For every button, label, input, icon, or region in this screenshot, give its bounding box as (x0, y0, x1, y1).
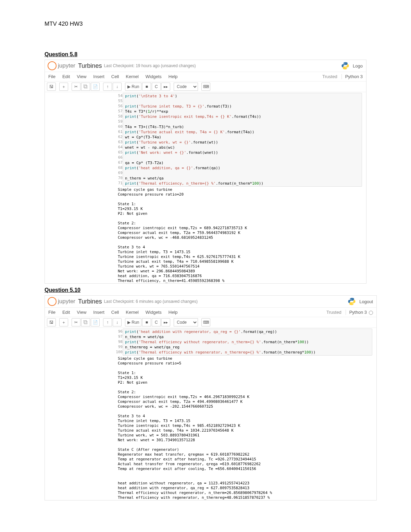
jupyter-frame-2: jupyter Turbines Last Checkpoint: 6 minu… (45, 295, 377, 500)
menu-cell[interactable]: Cell (108, 310, 122, 315)
move-down-button[interactable]: ↓ (113, 318, 122, 326)
interrupt-button[interactable]: ■ (142, 83, 151, 91)
menu-view[interactable]: View (73, 310, 90, 315)
command-palette-button[interactable]: ⌨ (201, 318, 210, 326)
menu-file[interactable]: File (45, 74, 59, 79)
menu-view[interactable]: View (73, 74, 90, 79)
kernel-indicator-icon (369, 311, 373, 315)
interrupt-button[interactable]: ■ (142, 318, 151, 326)
trusted-indicator: Trusted (326, 310, 341, 315)
code-editor[interactable]: print('heat addition with regenerator, q… (123, 329, 372, 356)
notebook-name[interactable]: Turbines (78, 298, 102, 305)
line-number-gutter: 96 97 98 99 100 (112, 329, 123, 356)
restart-button[interactable]: C (152, 318, 161, 326)
logout-link[interactable]: Logout (359, 299, 373, 304)
trusted-indicator: Trusted (322, 74, 337, 79)
python-logo-icon (348, 297, 356, 306)
menu-help[interactable]: Help (165, 310, 181, 315)
menu-widgets[interactable]: Widgets (142, 74, 165, 79)
menu-kernel[interactable]: Kernel (122, 74, 142, 79)
question-heading-2: Question 5.10 (45, 287, 411, 293)
checkpoint-text: Last Checkpoint: 6 minutes ago (unsaved … (104, 299, 198, 304)
logout-link[interactable]: Logo (353, 63, 363, 69)
document-title: MTV 420 HW3 (45, 21, 411, 27)
menu-cell[interactable]: Cell (108, 74, 122, 79)
jupyter-word: jupyter (58, 62, 75, 69)
menu-file[interactable]: File (45, 310, 59, 315)
kernel-name[interactable]: Python 3 (341, 74, 363, 79)
restart-run-all-button[interactable]: ▸▸ (161, 318, 170, 326)
paste-button[interactable]: 📄 (91, 83, 100, 91)
output-block: Simple cycle gas turbine Compressure pre… (118, 356, 376, 500)
code-cell: 54 55 56 57 58 59 60 61 62 63 64 65 66 6… (45, 93, 362, 187)
header-row: jupyter Turbines Last Checkpoint: 6 minu… (45, 296, 376, 308)
menu-insert[interactable]: Insert (90, 74, 108, 79)
move-up-button[interactable]: ↑ (103, 318, 112, 326)
toolbar-row: 🖫 ＋ ✂ ⿻ 📄 ↑ ↓ ▶ Run ■ C ▸▸ Code ⌨ (45, 317, 376, 328)
question-heading-1: Question 5.8 (45, 51, 411, 58)
python-logo-icon (341, 62, 349, 70)
save-button[interactable]: 🖫 (47, 83, 56, 91)
save-button[interactable]: 🖫 (47, 318, 56, 326)
checkpoint-text: Last Checkpoint: 19 hours ago (unsaved c… (104, 63, 196, 68)
notebook-area: 96 97 98 99 100 print('heat addition wit… (45, 328, 376, 500)
kernel-name[interactable]: Python 3 (346, 310, 373, 315)
jupyter-logo[interactable]: jupyter (48, 61, 75, 70)
cell-type-select[interactable]: Code (174, 83, 198, 91)
cell-type-select[interactable]: Code (174, 318, 198, 326)
move-down-button[interactable]: ↓ (113, 83, 122, 91)
copy-button[interactable]: ⿻ (81, 83, 90, 91)
notebook-area: 54 55 56 57 58 59 60 61 62 63 64 65 66 6… (45, 92, 366, 283)
copy-button[interactable]: ⿻ (81, 318, 90, 326)
jupyter-logo[interactable]: jupyter (48, 297, 75, 306)
code-editor[interactable]: print('\nState 3 to 4') print('Turbine i… (123, 93, 362, 187)
add-cell-button[interactable]: ＋ (59, 83, 68, 91)
jupyter-frame-1: jupyter Turbines Last Checkpoint: 19 hou… (45, 60, 366, 284)
menu-kernel[interactable]: Kernel (122, 310, 142, 315)
notebook-name[interactable]: Turbines (78, 62, 102, 70)
add-cell-button[interactable]: ＋ (59, 318, 68, 326)
header-row: jupyter Turbines Last Checkpoint: 19 hou… (45, 60, 366, 72)
command-palette-button[interactable]: ⌨ (201, 83, 210, 91)
paste-button[interactable]: 📄 (91, 318, 100, 326)
restart-button[interactable]: C (152, 83, 161, 91)
line-number-gutter: 54 55 56 57 58 59 60 61 62 63 64 65 66 6… (112, 93, 123, 187)
menu-edit[interactable]: Edit (59, 310, 73, 315)
menu-row: File Edit View Insert Cell Kernel Widget… (45, 308, 376, 317)
menu-help[interactable]: Help (165, 74, 181, 79)
menu-row: File Edit View Insert Cell Kernel Widget… (45, 72, 366, 82)
toolbar-row: 🖫 ＋ ✂ ⿻ 📄 ↑ ↓ ▶ Run ■ C ▸▸ Code ⌨ (45, 82, 366, 92)
jupyter-icon (48, 297, 57, 306)
menu-widgets[interactable]: Widgets (142, 310, 165, 315)
run-button[interactable]: ▶ Run (125, 83, 141, 91)
restart-run-all-button[interactable]: ▸▸ (161, 83, 170, 91)
cut-button[interactable]: ✂ (72, 83, 80, 91)
menu-edit[interactable]: Edit (59, 74, 73, 79)
run-button[interactable]: ▶ Run (125, 318, 141, 326)
jupyter-icon (48, 61, 57, 70)
menu-insert[interactable]: Insert (90, 310, 108, 315)
output-block: Simple cycle gas turbine Compressure pre… (118, 187, 366, 283)
cut-button[interactable]: ✂ (72, 318, 80, 326)
move-up-button[interactable]: ↑ (103, 83, 112, 91)
jupyter-word: jupyter (58, 298, 75, 305)
code-cell: 96 97 98 99 100 print('heat addition wit… (45, 329, 372, 356)
